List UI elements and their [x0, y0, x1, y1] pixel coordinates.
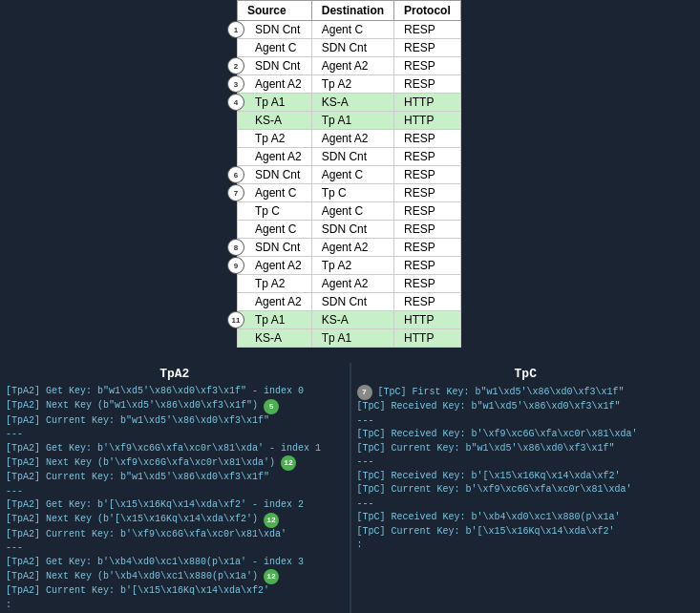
table-row: 4Tp A1KS-AHTTP	[238, 94, 461, 112]
log-section: TpA2 [TpA2] Get Key: b"w1\xd5'\x86\xd0\x…	[0, 363, 700, 613]
cell-destination: SDN Cnt	[311, 221, 393, 239]
cell-protocol: RESP	[394, 148, 461, 166]
log-line: [TpC] Current Key: b'[\x15\x16Kq\x14\xda…	[357, 525, 695, 539]
cell-destination: Tp A2	[311, 75, 393, 94]
table-row: 6SDN CntAgent CRESP	[238, 166, 461, 184]
cell-protocol: RESP	[394, 239, 461, 257]
log-panel-tpc: TpC 7[TpC] First Key: b"w1\xd5'\x86\xd0\…	[351, 363, 701, 613]
cell-destination: Tp C	[311, 184, 393, 202]
log-line: [TpC] Current Key: b'\xf9\xc6G\xfa\xc0r\…	[357, 483, 695, 497]
log-line: ---	[357, 455, 695, 470]
log-line: [TpA2] Get Key: b"w1\xd5'\x86\xd0\xf3\x1…	[6, 385, 344, 399]
cell-protocol: HTTP	[394, 112, 461, 130]
log-text: [TpA2] Current Key: b'\xf9\xc6G\xfa\xc0r…	[6, 528, 286, 542]
cell-destination: Tp A1	[311, 329, 393, 348]
cell-source: 3Agent A2	[238, 75, 312, 94]
connector-bubble: 12	[281, 455, 296, 471]
connector-bubble: 12	[264, 513, 279, 528]
table-row: 2SDN CntAgent A2RESP	[238, 57, 461, 75]
log-line: [TpA2] Current Key: b"w1\xd5'\x86\xd0\xf…	[6, 471, 344, 485]
log-text: :	[6, 599, 11, 613]
log-text: [TpC] Received Key: b'\xf9\xc6G\xfa\xc0r…	[357, 428, 638, 442]
log-line: ---	[6, 428, 344, 442]
log-line: [TpA2] Get Key: b'\xb4\xd0\xc1\x880(p\x1…	[6, 556, 344, 570]
connector-bubble: 12	[264, 569, 279, 584]
cell-protocol: RESP	[394, 275, 461, 293]
row-number-badge: 1	[227, 21, 244, 38]
row-number-badge: 3	[227, 75, 244, 93]
cell-protocol: RESP	[394, 130, 461, 148]
table-row: KS-ATp A1HTTP	[238, 112, 461, 130]
log-text: [TpC] Received Key: b'\xb4\xd0\xc1\x880(…	[357, 511, 621, 525]
cell-source: Agent C	[238, 39, 312, 57]
cell-protocol: RESP	[394, 75, 461, 94]
table-row: KS-ATp A1HTTP	[238, 329, 461, 348]
cell-source: 7Agent C	[238, 184, 312, 202]
log-panel-tpa2: TpA2 [TpA2] Get Key: b"w1\xd5'\x86\xd0\x…	[0, 363, 350, 613]
table-row: Agent CSDN CntRESP	[238, 39, 461, 57]
cell-source: 9Agent A2	[238, 257, 312, 275]
log-line: [TpA2] Current Key: b'\xf9\xc6G\xfa\xc0r…	[6, 528, 344, 542]
log-line: [TpA2] Get Key: b'\xf9\xc6G\xfa\xc0r\x81…	[6, 442, 344, 456]
right-log-content: 7[TpC] First Key: b"w1\xd5'\x86\xd0\xf3\…	[357, 385, 695, 553]
log-text: [TpC] Received Key: b'[\x15\x16Kq\x14\xd…	[357, 470, 621, 484]
log-text: ---	[6, 541, 23, 556]
log-text: [TpC] First Key: b"w1\xd5'\x86\xd0\xf3\x…	[378, 386, 625, 400]
cell-destination: Agent A2	[311, 275, 393, 293]
log-line: [TpA2] Next Key (b"w1\xd5'\x86\xd0\xf3\x…	[6, 399, 344, 414]
table-row: Agent A2SDN CntRESP	[238, 148, 461, 166]
cell-destination: Agent A2	[311, 130, 393, 148]
log-line: [TpC] Received Key: b'\xf9\xc6G\xfa\xc0r…	[357, 428, 695, 442]
table-row: Agent A2SDN CntRESP	[238, 293, 461, 311]
log-line: [TpA2] Get Key: b'[\x15\x16Kq\x14\xda\xf…	[6, 498, 344, 513]
col-source: Source	[238, 1, 312, 21]
table-row: 8SDN CntAgent A2RESP	[238, 239, 461, 257]
log-text: [TpA2] Next Key (b"w1\xd5'\x86\xd0\xf3\x…	[6, 399, 258, 413]
cell-source: Tp A2	[238, 130, 312, 148]
table-row: Tp A2Agent A2RESP	[238, 130, 461, 148]
log-text: [TpA2] Current Key: b"w1\xd5'\x86\xd0\xf…	[6, 471, 269, 485]
cell-source: Agent A2	[238, 293, 312, 311]
cell-destination: SDN Cnt	[311, 148, 393, 166]
log-line: [TpC] Current Key: b"w1\xd5'\x86\xd0\xf3…	[357, 442, 695, 456]
row-number-badge: 11	[227, 311, 244, 328]
cell-protocol: RESP	[394, 39, 461, 57]
col-destination: Destination	[311, 1, 393, 21]
log-text: [TpA2] Get Key: b'\xf9\xc6G\xfa\xc0r\x81…	[6, 442, 321, 456]
cell-source: 11Tp A1	[238, 311, 312, 329]
log-text: [TpC] Current Key: b"w1\xd5'\x86\xd0\xf3…	[357, 442, 615, 456]
log-line: :	[6, 599, 344, 613]
log-line: :	[357, 539, 695, 553]
cell-destination: Agent C	[311, 166, 393, 184]
row-number-badge: 8	[227, 239, 244, 256]
log-text: [TpC] Current Key: b'\xf9\xc6G\xfa\xc0r\…	[357, 483, 632, 497]
cell-protocol: RESP	[394, 21, 461, 39]
table-row: 1SDN CntAgent CRESP	[238, 21, 461, 39]
cell-protocol: HTTP	[394, 94, 461, 112]
cell-destination: Agent C	[311, 21, 393, 39]
col-protocol: Protocol	[394, 1, 461, 21]
log-line: 7[TpC] First Key: b"w1\xd5'\x86\xd0\xf3\…	[357, 385, 695, 400]
row-number-badge: 2	[227, 57, 244, 74]
cell-destination: KS-A	[311, 94, 393, 112]
cell-destination: Agent C	[311, 202, 393, 221]
log-text: [TpA2] Next Key (b'[\x15\x16Kq\x14\xda\x…	[6, 513, 258, 527]
cell-source: Agent C	[238, 221, 312, 239]
cell-destination: Agent A2	[311, 239, 393, 257]
cell-source: KS-A	[238, 112, 312, 130]
log-text: [TpA2] Next Key (b'\xf9\xc6G\xfa\xc0r\x8…	[6, 456, 275, 471]
log-line: [TpC] Received Key: b'\xb4\xd0\xc1\x880(…	[357, 511, 695, 525]
log-text: [TpA2] Current Key: b"w1\xd5'\x86\xd0\xf…	[6, 414, 269, 429]
log-line: ---	[6, 485, 344, 499]
cell-protocol: RESP	[394, 57, 461, 75]
table-row: Tp A2Agent A2RESP	[238, 275, 461, 293]
cell-source: 4Tp A1	[238, 94, 312, 112]
connector-bubble: 5	[264, 399, 279, 414]
table-row: 9Agent A2Tp A2RESP	[238, 257, 461, 275]
cell-source: 8SDN Cnt	[238, 239, 312, 257]
table-row: Tp CAgent CRESP	[238, 202, 461, 221]
log-line: [TpA2] Next Key (b'\xb4\xd0\xc1\x880(p\x…	[6, 569, 344, 584]
cell-source: Tp C	[238, 202, 312, 221]
log-line: [TpA2] Current Key: b"w1\xd5'\x86\xd0\xf…	[6, 414, 344, 429]
cell-destination: Tp A1	[311, 112, 393, 130]
